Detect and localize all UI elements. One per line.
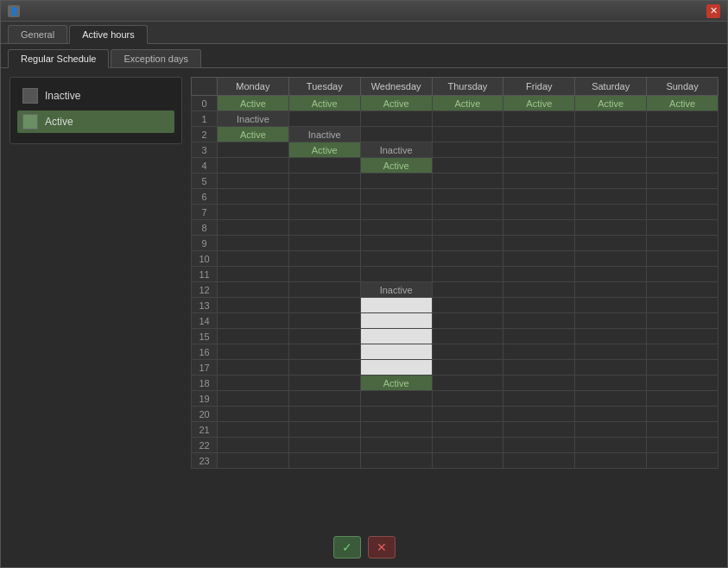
cell-17-monday[interactable]	[218, 360, 289, 376]
cell-23-wednesday[interactable]	[360, 453, 432, 469]
cell-23-friday[interactable]	[503, 453, 575, 469]
cell-12-saturday[interactable]	[575, 282, 647, 298]
cell-23-thursday[interactable]	[432, 453, 503, 469]
cell-14-sunday[interactable]	[647, 313, 719, 329]
cell-8-sunday[interactable]	[647, 220, 719, 236]
cell-11-friday[interactable]	[503, 267, 575, 282]
ok-button[interactable]: ✓	[333, 536, 361, 559]
cell-14-saturday[interactable]	[575, 313, 647, 329]
cell-9-sunday[interactable]	[647, 236, 719, 251]
cell-4-friday[interactable]	[503, 158, 575, 174]
cell-13-sunday[interactable]	[647, 298, 719, 313]
cell-21-tuesday[interactable]	[288, 422, 360, 438]
cell-5-saturday[interactable]	[575, 174, 647, 189]
cell-10-saturday[interactable]	[575, 251, 647, 267]
legend-item-active[interactable]: Active	[17, 110, 174, 133]
cell-20-tuesday[interactable]	[288, 407, 360, 422]
cell-6-friday[interactable]	[503, 189, 575, 205]
cell-19-sunday[interactable]	[647, 391, 719, 407]
cell-18-thursday[interactable]	[432, 376, 503, 391]
cell-12-monday[interactable]	[218, 282, 289, 298]
cell-18-friday[interactable]	[503, 376, 575, 391]
cell-5-monday[interactable]	[218, 174, 289, 189]
cell-17-friday[interactable]	[503, 360, 575, 376]
cell-0-sunday[interactable]: Active	[647, 96, 719, 111]
cell-4-sunday[interactable]	[647, 158, 719, 174]
cell-0-tuesday[interactable]: Active	[288, 96, 360, 111]
cell-16-saturday[interactable]	[575, 344, 647, 360]
cell-13-monday[interactable]	[218, 298, 289, 313]
cell-21-thursday[interactable]	[432, 422, 503, 438]
cell-14-wednesday[interactable]	[360, 313, 432, 329]
cell-21-sunday[interactable]	[647, 422, 719, 438]
cell-2-thursday[interactable]	[432, 127, 503, 142]
cell-11-saturday[interactable]	[575, 267, 647, 282]
cell-20-thursday[interactable]	[432, 407, 503, 422]
cell-6-saturday[interactable]	[575, 189, 647, 205]
cell-12-thursday[interactable]	[432, 282, 503, 298]
cell-18-wednesday[interactable]: Active	[360, 376, 432, 391]
cell-9-wednesday[interactable]	[360, 236, 432, 251]
cell-15-monday[interactable]	[218, 329, 289, 344]
cell-7-saturday[interactable]	[575, 205, 647, 220]
cell-15-sunday[interactable]	[647, 329, 719, 344]
cell-17-saturday[interactable]	[575, 360, 647, 376]
cell-6-monday[interactable]	[218, 189, 289, 205]
cell-13-saturday[interactable]	[575, 298, 647, 313]
cell-9-thursday[interactable]	[432, 236, 503, 251]
cell-10-tuesday[interactable]	[288, 251, 360, 267]
cell-17-tuesday[interactable]	[288, 360, 360, 376]
cell-13-wednesday[interactable]	[360, 298, 432, 313]
cell-22-wednesday[interactable]	[360, 438, 432, 453]
cell-10-wednesday[interactable]	[360, 251, 432, 267]
cell-5-tuesday[interactable]	[288, 174, 360, 189]
cell-22-thursday[interactable]	[432, 438, 503, 453]
cell-3-monday[interactable]	[218, 142, 289, 158]
tab-active-hours[interactable]: Active hours	[69, 25, 148, 44]
cell-11-tuesday[interactable]	[288, 267, 360, 282]
legend-item-inactive[interactable]: Inactive	[17, 85, 174, 107]
cell-3-friday[interactable]	[503, 142, 575, 158]
cell-20-wednesday[interactable]	[360, 407, 432, 422]
cell-0-monday[interactable]: Active	[218, 96, 289, 111]
cell-14-monday[interactable]	[218, 313, 289, 329]
cell-4-thursday[interactable]	[432, 158, 503, 174]
cell-23-sunday[interactable]	[647, 453, 719, 469]
cell-22-saturday[interactable]	[575, 438, 647, 453]
cell-11-wednesday[interactable]	[360, 267, 432, 282]
cell-0-wednesday[interactable]: Active	[360, 96, 432, 111]
cell-19-friday[interactable]	[503, 391, 575, 407]
cell-3-saturday[interactable]	[575, 142, 647, 158]
cell-2-saturday[interactable]	[575, 127, 647, 142]
cell-18-tuesday[interactable]	[288, 376, 360, 391]
cell-8-tuesday[interactable]	[288, 220, 360, 236]
cell-22-friday[interactable]	[503, 438, 575, 453]
tab-general[interactable]: General	[8, 25, 67, 43]
cell-19-wednesday[interactable]	[360, 391, 432, 407]
cell-20-monday[interactable]	[218, 407, 289, 422]
cell-14-friday[interactable]	[503, 313, 575, 329]
cell-15-tuesday[interactable]	[288, 329, 360, 344]
cell-10-thursday[interactable]	[432, 251, 503, 267]
cell-3-tuesday[interactable]: Active	[288, 142, 360, 158]
cell-14-thursday[interactable]	[432, 313, 503, 329]
cell-9-monday[interactable]	[218, 236, 289, 251]
cell-19-tuesday[interactable]	[288, 391, 360, 407]
cell-1-tuesday[interactable]	[288, 111, 360, 127]
cell-18-monday[interactable]	[218, 376, 289, 391]
cell-17-wednesday[interactable]	[360, 360, 432, 376]
cell-22-tuesday[interactable]	[288, 438, 360, 453]
cell-4-tuesday[interactable]	[288, 158, 360, 174]
cell-11-thursday[interactable]	[432, 267, 503, 282]
cell-5-wednesday[interactable]	[360, 174, 432, 189]
cell-3-wednesday[interactable]: Inactive	[360, 142, 432, 158]
cell-9-tuesday[interactable]	[288, 236, 360, 251]
cell-7-sunday[interactable]	[647, 205, 719, 220]
cell-18-sunday[interactable]	[647, 376, 719, 391]
cell-4-saturday[interactable]	[575, 158, 647, 174]
cell-9-saturday[interactable]	[575, 236, 647, 251]
cell-23-monday[interactable]	[218, 453, 289, 469]
cell-23-saturday[interactable]	[575, 453, 647, 469]
cell-22-monday[interactable]	[218, 438, 289, 453]
cell-1-thursday[interactable]	[432, 111, 503, 127]
